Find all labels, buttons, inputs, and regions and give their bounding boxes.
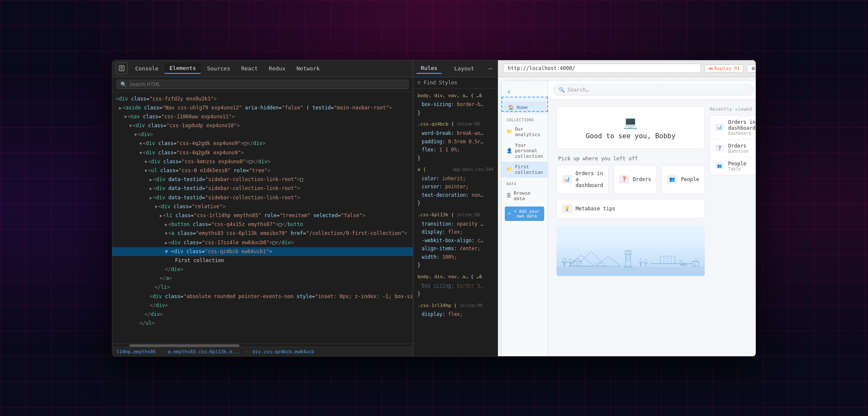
folder-icon: 📁	[506, 167, 512, 172]
tree-line[interactable]: ▼<ul class="css-0 e1dk5ess0" role="tree"…	[112, 166, 413, 175]
html-scrollbar[interactable]	[112, 343, 413, 347]
card-people[interactable]: 👥 People	[662, 165, 704, 194]
tree-line[interactable]: ▼<div class="css-4q2gdk exp4uno9">□</div…	[112, 139, 413, 148]
breadcrumb-link[interactable]: l14hp.emyths85	[117, 349, 156, 355]
tree-line[interactable]: ▼<div class="css-1agdudp exp4uno10">	[112, 121, 413, 130]
illustration	[556, 225, 705, 276]
devtools-window: Console Elements Sources React Redux Net…	[112, 60, 756, 357]
tree-line[interactable]: <div class="css-fzfd2y enx0u2k1">	[112, 95, 413, 103]
tab-layout[interactable]: Layout	[450, 64, 479, 73]
sidebar-item-browse-data[interactable]: 🗄 Browse data	[501, 188, 548, 204]
replay-icon: ⏮	[708, 66, 713, 71]
browser-url[interactable]: http://localhost:4000/	[503, 64, 701, 73]
tree-line[interactable]: ▶<div class="css-17sz4le ew64ucb0">□</di…	[112, 238, 413, 247]
sidebar-item-personal[interactable]: 👤 Your personal collection	[501, 140, 548, 162]
card-orders-label: Orders	[633, 176, 651, 182]
recent-item-info: Orders in a dashboard Dashboard	[728, 119, 756, 136]
tree-line[interactable]: ▼<div class="css-kmnzss exp4uno8">□</div…	[112, 157, 413, 166]
metabase-app: ⚡ 🏠 Home COLLECTIONS 📁 Our analytics 👤 Y…	[501, 81, 756, 356]
tree-line: First collection	[112, 256, 413, 265]
style-property: box-sizing: border-b…	[413, 101, 498, 109]
size-badge: 🖥 1280x800 (76%)	[747, 64, 756, 73]
devtools-icon[interactable]	[116, 62, 128, 74]
recently-viewed-header: Recently viewed ✏ Customize	[710, 106, 756, 112]
tab-network[interactable]: Network	[292, 64, 325, 73]
tree-line[interactable]: ▶<button class="css-q4x15z emyths87">□</…	[112, 220, 413, 229]
search-icon: 🔍	[120, 81, 127, 87]
selected-tree-line[interactable]: ▼ <div class="css-qz4bcb ew64ucb1">	[112, 247, 413, 256]
replay-badge[interactable]: ⏮ Replay 91	[704, 64, 744, 73]
style-property: -webkit-box-align: c…	[413, 237, 498, 245]
tab-rules[interactable]: Rules	[417, 63, 442, 74]
recent-item-orders-dashboard[interactable]: 📊 Orders in a dashboard Dashboard	[710, 116, 756, 140]
sidebar-item-home[interactable]: 🏠 Home	[503, 101, 546, 114]
style-property: width: 100%;	[413, 253, 498, 262]
user-icon: 👤	[506, 148, 512, 154]
html-scrollbar-thumb[interactable]	[129, 344, 239, 347]
tree-line[interactable]: ▼<div class="relative">	[112, 202, 413, 211]
breadcrumb-link[interactable]: a.emyths83.css-6pl13k.e...	[168, 349, 241, 355]
search-icon: 🔍	[559, 87, 565, 93]
dashboard-icon: 📊	[715, 124, 724, 131]
greeting-icon: 💻	[623, 115, 638, 129]
tab-elements[interactable]: Elements	[164, 63, 201, 74]
tree-line[interactable]: ▶<div data-testid="sidebar-collection-li…	[112, 193, 413, 202]
tips-label: Metabase tips	[576, 206, 615, 212]
mb-search-bar[interactable]: 🔍 Search…	[553, 84, 754, 95]
tree-line: </div>	[112, 265, 413, 274]
tree-line[interactable]: ▼<nav class="css-11066ww exp4uno11">	[112, 112, 413, 121]
greeting-text: Good to see you, Bobby	[586, 132, 676, 140]
tab-sources[interactable]: Sources	[202, 64, 235, 73]
tree-line: </li>	[112, 283, 413, 292]
card-orders-dashboard-label: Orders in a dashboard	[576, 170, 603, 188]
sidebar-item-first-collection[interactable]: 📁 First collection	[501, 162, 548, 178]
html-search-box[interactable]: 🔍	[117, 80, 409, 89]
home-icon: 🏠	[508, 105, 514, 110]
recent-item-people[interactable]: 👥 People Table	[710, 157, 756, 175]
breadcrumb: l14hp.emyths85 › a.emyths83.css-6pl13k.e…	[112, 347, 413, 356]
styles-content: body, div, nav, a… { …6 box-sizing: bord…	[413, 89, 498, 356]
breadcrumb-link[interactable]: div.css-qz4bcb.ew64ucb	[253, 349, 314, 355]
tips-card[interactable]: 💡 Metabase tips	[556, 199, 705, 218]
folder-icon: 📁	[506, 129, 512, 134]
sidebar-item-analytics[interactable]: 📁 Our analytics	[501, 124, 548, 140]
style-rule-close: }	[413, 199, 498, 209]
style-property: text-decoration: non…	[413, 191, 498, 200]
recent-item-name: Orders in a dashboard	[728, 119, 756, 131]
tree-line[interactable]: ▼<div>	[112, 130, 413, 139]
add-data-button[interactable]: + + Add your own data	[505, 207, 544, 221]
tree-line[interactable]: ▼<div class="css-4q2gdk exp4uno9">	[112, 148, 413, 157]
browse-data-label: Browse data	[514, 190, 542, 201]
tab-console[interactable]: Console	[130, 64, 164, 73]
tree-line[interactable]: ▶<li class="css-1rl14hp emyths85" role="…	[112, 211, 413, 220]
mb-sidebar: ⚡ 🏠 Home COLLECTIONS 📁 Our analytics 👤 Y…	[501, 81, 548, 356]
recent-item-type: Dashboard	[728, 131, 756, 136]
mb-topbar: 🔍 Search… + New ⚙	[548, 81, 756, 100]
recent-item-info: Orders Question	[728, 143, 756, 154]
sidebar-section-data: DATA	[501, 178, 548, 188]
search-input[interactable]	[129, 81, 405, 87]
tree-line[interactable]: ▶<div data-testid="sidebar-collection-li…	[112, 184, 413, 193]
devtools-panel: Console Elements Sources React Redux Net…	[112, 60, 413, 356]
sidebar-analytics-label: Our analytics	[515, 126, 542, 137]
tab-redux[interactable]: Redux	[264, 64, 290, 73]
tips-icon: 💡	[562, 204, 572, 213]
card-orders[interactable]: ❓ Orders	[614, 165, 657, 194]
sidebar-first-collection-label: First collection	[515, 164, 543, 175]
tree-line[interactable]: ▼<a class="emyths83 css-6pl13k emeibx70"…	[112, 229, 413, 238]
tree-line[interactable]: ▶<aside class="Nav css-uhlg79 exp4uno12"…	[112, 103, 413, 112]
svg-point-1	[121, 68, 122, 70]
recent-item-type: Table	[728, 167, 756, 171]
style-rule: .css-qz4bcb { inline:98	[413, 119, 498, 129]
recently-viewed-label: Recently viewed	[710, 106, 752, 112]
mb-main: 🔍 Search… + New ⚙ 💻	[548, 81, 756, 356]
recent-item-orders[interactable]: ❓ Orders Question	[710, 140, 756, 157]
tree-line[interactable]: ▶<div data-testid="sidebar-collection-li…	[112, 175, 413, 184]
tree-line: <div class="absolute rounded pointer-eve…	[112, 292, 413, 301]
mb-logo[interactable]: ⚡	[501, 84, 548, 101]
styles-more-button[interactable]: ⋯	[487, 63, 494, 74]
browser-actions: ⏮ Replay 91 🖥 1280x800 (76%)	[704, 64, 756, 73]
card-orders-dashboard[interactable]: 📊 Orders in a dashboard	[556, 165, 609, 194]
tab-react[interactable]: React	[236, 64, 263, 73]
card-row: 📊 Orders in a dashboard ❓ Orders 👥	[556, 165, 705, 194]
